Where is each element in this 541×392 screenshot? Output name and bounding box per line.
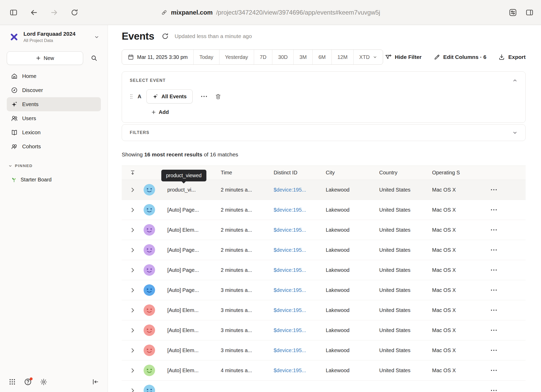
row-expand-chevron-icon[interactable] <box>131 368 135 373</box>
select-event-panel: SELECT EVENT A All Events Add <box>122 71 526 123</box>
sidebar-item-home[interactable]: Home <box>7 69 101 83</box>
sidebar-item-events[interactable]: Events <box>7 97 101 111</box>
series-label: A <box>138 94 141 100</box>
more-options-icon[interactable] <box>199 94 209 99</box>
row-expand-chevron-icon[interactable] <box>131 388 135 392</box>
table-row[interactable]: [Auto] Elem... 3 minutes a... $device:19… <box>122 320 526 340</box>
event-os: Mac OS X <box>432 187 479 193</box>
event-country: United States <box>379 187 432 193</box>
row-more-icon[interactable] <box>489 247 499 253</box>
hide-filter-button[interactable]: Hide Filter <box>385 54 422 60</box>
row-expand-chevron-icon[interactable] <box>131 348 135 353</box>
row-more-icon[interactable] <box>489 387 499 392</box>
table-row[interactable]: [Auto] Page... 2 minutes a... $device:19… <box>122 240 526 260</box>
preset-30d[interactable]: 30D <box>272 50 294 64</box>
preset-12m[interactable]: 12M <box>332 50 354 64</box>
preset-today[interactable]: Today <box>194 50 219 64</box>
sidebar-item-cohorts[interactable]: Cohorts <box>7 139 101 154</box>
row-more-icon[interactable] <box>489 206 499 213</box>
row-more-icon[interactable] <box>489 226 499 233</box>
event-avatar-icon <box>144 264 155 276</box>
distinct-id-link[interactable]: $device:195... <box>274 207 306 213</box>
event-city: Lakewood <box>326 227 379 233</box>
table-row[interactable]: [Auto] Elem... 2 minutes a... $device:19… <box>122 220 526 240</box>
distinct-id-link[interactable]: $device:195... <box>274 287 306 293</box>
expand-rows-icon[interactable] <box>122 170 144 176</box>
collapse-sidebar-icon[interactable] <box>91 378 99 386</box>
pinned-section-header[interactable]: PINNED <box>7 163 101 169</box>
filters-panel[interactable]: FILTERS <box>122 124 526 141</box>
preset-7d[interactable]: 7D <box>254 50 273 64</box>
row-more-icon[interactable] <box>489 287 499 293</box>
distinct-id-link[interactable]: $device:195... <box>274 307 306 313</box>
preset-3m[interactable]: 3M <box>294 50 313 64</box>
chevron-up-icon[interactable] <box>512 78 518 83</box>
split-view-icon[interactable] <box>525 8 534 17</box>
event-selector-chip[interactable]: All Events <box>146 89 193 103</box>
people-icon <box>11 143 18 150</box>
row-more-icon[interactable] <box>489 267 499 273</box>
column-header-os: Operating S <box>432 170 479 176</box>
drag-handle-icon[interactable] <box>130 94 133 99</box>
row-more-icon[interactable] <box>489 367 499 374</box>
row-expand-chevron-icon[interactable] <box>131 308 135 313</box>
table-row[interactable]: [Auto] Elem... 4 minutes a... $device:19… <box>122 360 526 381</box>
search-button[interactable] <box>87 51 101 65</box>
distinct-id-link[interactable]: $device:195... <box>274 247 306 253</box>
sidebar-item-lexicon[interactable]: Lexicon <box>7 125 101 139</box>
chevron-down-icon[interactable] <box>512 130 518 135</box>
row-expand-chevron-icon[interactable] <box>131 207 135 212</box>
event-time: 4 minutes a... <box>221 368 274 373</box>
table-row[interactable]: [Auto] Elem... 3 minutes a... $device:19… <box>122 340 526 360</box>
gear-icon[interactable] <box>40 378 47 386</box>
browser-sidebar-toggle-icon[interactable] <box>9 8 18 17</box>
new-button-label: New <box>44 55 54 61</box>
add-event-button[interactable]: Add <box>151 109 169 115</box>
distinct-id-link[interactable]: $device:195... <box>274 327 306 333</box>
table-row[interactable]: [Auto] Elem... 3 minutes a... $device:19… <box>122 300 526 320</box>
workspace-switcher[interactable]: Lord Farquaad 2024 All Project Data <box>7 29 101 45</box>
distinct-id-link[interactable]: $device:195... <box>274 227 306 233</box>
preset-xtd[interactable]: XTD <box>354 50 383 64</box>
row-expand-chevron-icon[interactable] <box>131 228 135 232</box>
apps-grid-icon[interactable] <box>8 378 16 386</box>
row-expand-chevron-icon[interactable] <box>131 268 135 273</box>
table-row[interactable]: [Auto] Page... 2 minutes a... $device:19… <box>122 260 526 280</box>
trash-icon[interactable] <box>215 93 221 100</box>
preset-yesterday[interactable]: Yesterday <box>219 50 254 64</box>
row-more-icon[interactable] <box>489 186 499 193</box>
row-expand-chevron-icon[interactable] <box>131 187 135 192</box>
chevron-down-icon <box>8 164 12 168</box>
date-picker[interactable]: Mar 11, 2025 3:30 pm <box>122 50 194 64</box>
event-country: United States <box>379 347 432 353</box>
edit-columns-button[interactable]: Edit Columns · 6 <box>434 54 487 60</box>
row-expand-chevron-icon[interactable] <box>131 248 135 253</box>
sidebar-item-users[interactable]: Users <box>7 111 101 125</box>
reload-icon[interactable] <box>70 8 79 17</box>
row-more-icon[interactable] <box>489 327 499 334</box>
row-expand-chevron-icon[interactable] <box>131 328 135 333</box>
preset-6m[interactable]: 6M <box>313 50 332 64</box>
home-icon <box>11 73 18 79</box>
sidebar-item-starter-board[interactable]: Starter Board <box>7 176 101 183</box>
distinct-id-link[interactable]: $device:195... <box>274 267 306 273</box>
event-os: Mac OS X <box>432 287 479 293</box>
refresh-icon[interactable] <box>162 33 169 40</box>
distinct-id-link[interactable]: $device:195... <box>274 347 306 353</box>
back-icon[interactable] <box>29 8 39 17</box>
table-row[interactable] <box>122 381 526 392</box>
distinct-id-link[interactable]: $device:195... <box>274 187 306 193</box>
new-button[interactable]: New <box>7 51 83 65</box>
row-more-icon[interactable] <box>489 347 499 354</box>
page-settings-icon[interactable] <box>508 8 518 17</box>
address-bar[interactable]: mixpanel.com/project/3472420/view/397469… <box>161 9 380 16</box>
table-row[interactable]: [Auto] Page... 3 minutes a... $device:19… <box>122 280 526 300</box>
row-expand-chevron-icon[interactable] <box>131 288 135 293</box>
sparkle-icon <box>152 94 158 99</box>
row-more-icon[interactable] <box>489 307 499 314</box>
help-icon[interactable] <box>24 378 32 386</box>
export-button[interactable]: Export <box>498 54 526 60</box>
distinct-id-link[interactable]: $device:195... <box>274 368 306 373</box>
table-row[interactable]: [Auto] Page... 2 minutes a... $device:19… <box>122 200 526 220</box>
sidebar-item-discover[interactable]: Discover <box>7 83 101 97</box>
